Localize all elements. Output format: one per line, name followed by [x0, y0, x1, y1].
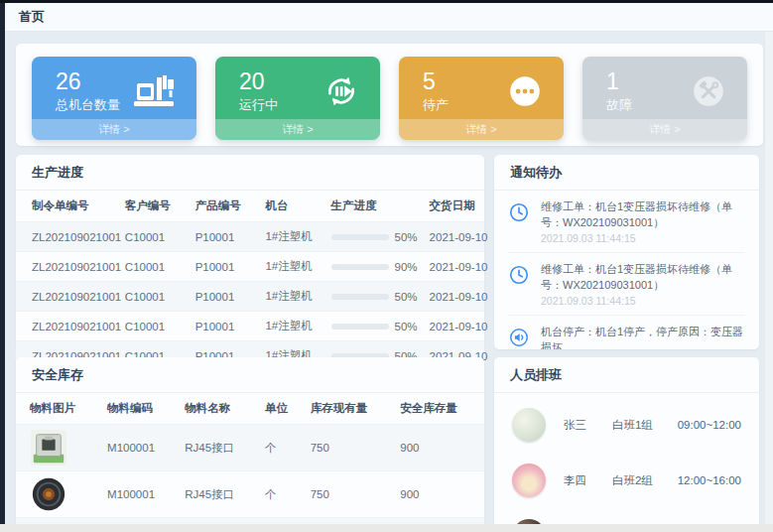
window-top-edge — [0, 0, 773, 3]
cell-order: ZL202109021001 — [16, 222, 119, 252]
cell-code: M100001 — [101, 471, 179, 518]
cell-order: ZL202109021001 — [16, 252, 119, 282]
cell-order: ZL202109021001 — [16, 282, 119, 312]
progress-value: 90% — [395, 261, 418, 273]
notice-time: 2021.09.03 11:44:15 — [541, 232, 745, 244]
safety-stock-panel: 安全库存 物料图片 物料编码 物料名称 单位 库存现有量 安全库存量 — [16, 357, 484, 524]
cell-product: P10001 — [190, 312, 260, 341]
cell-qty: 750 — [305, 425, 395, 471]
stat-detail-link[interactable]: 详情 > — [582, 119, 747, 140]
person-name: 张三 — [564, 418, 612, 433]
stat-card-pending[interactable]: 5 待产 详情 > — [399, 57, 564, 140]
repair-icon — [690, 72, 727, 110]
cell-machine: 1#注塑机 — [259, 252, 324, 282]
cell-customer: C10001 — [119, 282, 190, 312]
progress-bar: 50% — [331, 291, 418, 303]
cell-date: 2021-09-10 — [424, 222, 484, 252]
cell-product: P10001 — [190, 222, 260, 252]
notice-item[interactable]: 维修工单：机台1变压器损坏待维修（单号：WX202109031001） 2021… — [508, 191, 745, 253]
cell-unit: 个 — [259, 425, 305, 471]
stat-detail-link[interactable]: 详情 > — [399, 119, 564, 140]
schedule-row[interactable]: 王五 夜班1组 18:00~24:00 — [512, 508, 741, 524]
person-time: 09:00~12:00 — [678, 419, 741, 431]
running-icon — [322, 72, 360, 110]
schedule-row[interactable]: 李四 白班2组 12:00~16:00 — [512, 453, 741, 508]
stat-value: 26 — [56, 68, 120, 96]
stat-text: 5 待产 — [423, 68, 449, 115]
col-customer: 客户编号 — [119, 191, 190, 222]
notice-item[interactable]: 维修工单：机台1变压器损坏待维修（单号：WX202109031001） 2021… — [508, 253, 745, 316]
cell-name: RJ45接口 — [179, 425, 259, 471]
cell-customer: C10001 — [119, 312, 190, 341]
cell-machine: 1#注塑机 — [259, 312, 324, 341]
col-product: 产品编号 — [190, 191, 260, 222]
cell-code: M100001 — [101, 425, 179, 471]
stats-panel: 26 总机台数量 详情 > — [16, 44, 763, 146]
table-header-row: 物料图片 物料编码 物料名称 单位 库存现有量 安全库存量 — [16, 393, 484, 425]
cell-date: 2021-09-10 — [424, 252, 484, 282]
table-row[interactable]: ZL202109021001 C10001 P10001 1#注塑机 50% 2… — [16, 282, 484, 312]
person-name: 李四 — [564, 473, 612, 488]
stat-text: 1 故障 — [606, 68, 632, 115]
avatar — [512, 408, 546, 442]
page-title: 首页 — [19, 8, 45, 26]
stat-detail-link[interactable]: 详情 > — [32, 119, 196, 140]
table-row[interactable]: ZL202109021001 C10001 P10001 1#注塑机 90% 2… — [16, 252, 484, 282]
person-time: 12:00~16:00 — [678, 474, 741, 486]
notices-panel: 通知待办 维修工单：机台1变压器损坏待维修（单号：WX202109031001）… — [494, 155, 759, 349]
cell-product: P10001 — [190, 252, 260, 282]
stat-value: 20 — [239, 68, 278, 96]
notice-item[interactable]: 机台停产：机台1停产，停产原因：变压器损坏 2021.09.03 11:44:1… — [508, 316, 745, 349]
safety-stock-title: 安全库存 — [16, 357, 484, 393]
cell-date: 2021-09-10 — [424, 282, 484, 312]
stat-detail-link[interactable]: 详情 > — [215, 119, 380, 140]
rj45-connector-image — [30, 429, 67, 466]
machine-icon — [133, 73, 177, 109]
col-date: 交货日期 — [424, 191, 484, 222]
production-progress-title: 生产进度 — [16, 155, 484, 191]
table-row[interactable]: M100001 RJ45接口 个 750 900 — [16, 471, 484, 518]
main-content: 26 总机台数量 详情 > — [5, 32, 773, 524]
cell-qty: 750 — [305, 471, 395, 518]
progress-bar: 50% — [331, 231, 418, 243]
horizontal-scrollbar[interactable] — [0, 524, 773, 532]
table-row[interactable]: ZL202109021001 C10001 P10001 1#注塑机 50% 2… — [16, 312, 484, 341]
schedule-row[interactable]: 张三 白班1组 09:00~12:00 — [512, 397, 741, 453]
stat-value: 1 — [606, 68, 632, 96]
cell-customer: C10001 — [119, 222, 190, 252]
progress-bar: 90% — [331, 261, 418, 273]
col-unit: 单位 — [259, 393, 305, 425]
person-shift: 白班2组 — [612, 473, 678, 488]
notice-text: 维修工单：机台1变压器损坏待维修（单号：WX202109031001） — [541, 262, 745, 294]
cell-product: P10001 — [190, 282, 260, 312]
col-safety-qty: 安全库存量 — [394, 393, 484, 425]
cell-machine: 1#注塑机 — [259, 282, 324, 312]
col-qty-on-hand: 库存现有量 — [305, 393, 395, 425]
table-row[interactable]: ZL202109021001 C10001 P10001 1#注塑机 50% 2… — [16, 222, 484, 252]
progress-value: 50% — [395, 231, 418, 243]
cell-safety: 900 — [394, 425, 484, 471]
personnel-schedule-title: 人员排班 — [494, 357, 759, 393]
cell-customer: C10001 — [119, 252, 190, 282]
clock-icon — [508, 262, 532, 307]
cell-date: 2021-09-10 — [424, 312, 484, 341]
notice-list: 维修工单：机台1变压器损坏待维修（单号：WX202109031001） 2021… — [494, 191, 759, 349]
cell-unit: 个 — [259, 471, 305, 518]
col-material-code: 物料编码 — [101, 393, 179, 425]
cell-name: RJ45接口 — [179, 471, 259, 518]
vertical-scrollbar[interactable] — [764, 32, 773, 524]
col-order-no: 制令单编号 — [16, 191, 119, 222]
progress-bar: 50% — [331, 321, 418, 332]
stat-card-fault[interactable]: 1 故障 详情 > — [582, 57, 747, 140]
notice-text: 机台停产：机台1停产，停产原因：变压器损坏 — [541, 325, 745, 349]
col-progress: 生产进度 — [325, 191, 424, 222]
avatar — [512, 464, 546, 497]
col-machine: 机台 — [259, 191, 324, 222]
notice-time: 2021.09.03 11:44:15 — [541, 295, 745, 307]
cell-safety: 900 — [394, 471, 484, 518]
table-row[interactable]: M100001 RJ45接口 个 750 900 — [16, 425, 484, 471]
notice-text: 维修工单：机台1变压器损坏待维修（单号：WX202109031001） — [541, 200, 745, 231]
stat-card-running[interactable]: 20 运行中 详情 > — [215, 57, 380, 140]
stat-value: 5 — [423, 68, 449, 96]
stat-card-total-machines[interactable]: 26 总机台数量 详情 > — [32, 57, 196, 140]
